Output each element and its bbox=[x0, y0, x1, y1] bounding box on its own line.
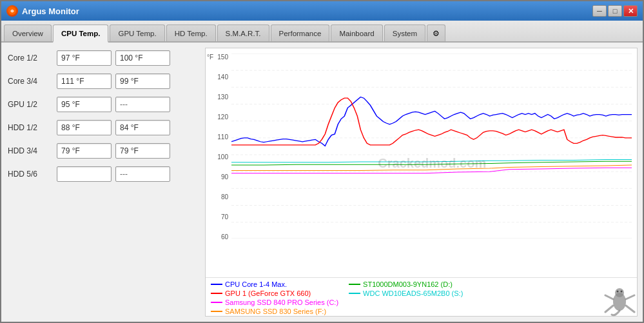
legend-label-wdc: WDC WD10EADS-65M2B0 (S:) bbox=[363, 289, 463, 297]
legend-color-ssd840 bbox=[211, 302, 222, 303]
legend-label-cpu: CPU Core 1-4 Max. bbox=[225, 280, 287, 288]
tab-bar: Overview CPU Temp. GPU Temp. HD Temp. S.… bbox=[1, 21, 643, 43]
y-label-110: 110 bbox=[217, 133, 228, 141]
tab-smart[interactable]: S.M.A.R.T. bbox=[217, 24, 269, 41]
sensor-row-core34: Core 3/4 111 °F 99 °F bbox=[6, 71, 200, 92]
sensor-value-hdd12-2: 84 °F bbox=[115, 120, 170, 135]
sensor-value-gpu12-1: 95 °F bbox=[57, 97, 112, 112]
legend-color-gpu bbox=[211, 293, 222, 294]
app-logo bbox=[602, 281, 638, 317]
close-button[interactable]: ✕ bbox=[623, 5, 638, 17]
sensor-row-hdd56: HDD 5/6 --- bbox=[6, 164, 200, 184]
sensor-label-core34: Core 3/4 bbox=[8, 77, 53, 86]
app-window: Argus Monitor ─ □ ✕ Overview CPU Temp. G… bbox=[0, 0, 644, 323]
y-label-90: 90 bbox=[221, 173, 228, 181]
sensor-label-core12: Core 1/2 bbox=[8, 54, 53, 63]
tab-performance[interactable]: Performance bbox=[271, 24, 330, 41]
y-label-150: 150 bbox=[217, 54, 228, 61]
svg-point-20 bbox=[617, 291, 619, 293]
legend-item-ssd830: SAMSUNG SSD 830 Series (F:) bbox=[211, 308, 338, 315]
legend-color-st1000 bbox=[349, 284, 360, 285]
legend-item-cpu: CPU Core 1-4 Max. bbox=[211, 280, 338, 288]
sensor-label-gpu12: GPU 1/2 bbox=[8, 100, 53, 109]
sensor-row-hdd12: HDD 1/2 88 °F 84 °F bbox=[6, 117, 200, 138]
sensor-label-hdd34: HDD 3/4 bbox=[8, 146, 53, 155]
svg-point-21 bbox=[621, 291, 623, 293]
legend-color-cpu bbox=[211, 284, 222, 285]
sensor-value-hdd56-1 bbox=[57, 166, 112, 182]
minimize-button[interactable]: ─ bbox=[592, 5, 607, 17]
tab-hd-temp[interactable]: HD Temp. bbox=[166, 24, 216, 41]
legend-label-ssd840: Samsung SSD 840 PRO Series (C:) bbox=[225, 299, 338, 306]
tab-overview[interactable]: Overview bbox=[4, 24, 52, 41]
sensor-value-core12-1: 97 °F bbox=[57, 50, 112, 66]
legend-col-right: ST1000DM003-9YN162 (D:) WDC WD10EADS-65M… bbox=[349, 280, 463, 313]
legend-col-left: CPU Core 1-4 Max. GPU 1 (GeForce GTX 660… bbox=[211, 280, 338, 313]
chart-y-unit: °F bbox=[207, 54, 213, 61]
right-panel: °F bbox=[205, 48, 638, 317]
sensor-label-hdd56: HDD 5/6 bbox=[8, 170, 53, 179]
tab-mainboard[interactable]: Mainboard bbox=[331, 24, 382, 41]
left-panel: Core 1/2 97 °F 100 °F Core 3/4 111 °F 99… bbox=[6, 48, 200, 317]
sensor-row-gpu12: GPU 1/2 95 °F --- bbox=[6, 94, 200, 115]
legend-label-st1000: ST1000DM003-9YN162 (D:) bbox=[363, 280, 453, 288]
legend-color-ssd830 bbox=[211, 311, 222, 312]
app-title: Argus Monitor bbox=[22, 6, 79, 16]
content-area: Core 1/2 97 °F 100 °F Core 3/4 111 °F 99… bbox=[1, 43, 643, 322]
app-icon bbox=[6, 5, 18, 17]
chart-container: °F bbox=[206, 48, 637, 277]
svg-line-17 bbox=[626, 295, 634, 299]
title-bar-buttons: ─ □ ✕ bbox=[592, 5, 638, 17]
sensor-value-core34-2: 99 °F bbox=[115, 73, 170, 89]
title-bar: Argus Monitor ─ □ ✕ bbox=[1, 1, 643, 21]
gear-icon: ⚙ bbox=[433, 29, 440, 38]
svg-point-15 bbox=[615, 288, 624, 297]
legend-label-ssd830: SAMSUNG SSD 830 Series (F:) bbox=[225, 308, 326, 315]
title-bar-left: Argus Monitor bbox=[6, 5, 79, 17]
settings-button[interactable]: ⚙ bbox=[427, 24, 445, 41]
legend-item-gpu: GPU 1 (GeForce GTX 660) bbox=[211, 289, 338, 297]
legend-item-wdc: WDC WD10EADS-65M2B0 (S:) bbox=[349, 289, 463, 297]
sensor-value-core12-2: 100 °F bbox=[115, 50, 170, 66]
y-label-100: 100 bbox=[217, 153, 228, 161]
sensor-row-core12: Core 1/2 97 °F 100 °F bbox=[6, 48, 200, 68]
svg-line-19 bbox=[626, 306, 634, 312]
sensor-value-hdd34-1: 79 °F bbox=[57, 143, 112, 159]
sensor-value-hdd34-2: 79 °F bbox=[115, 143, 170, 159]
y-label-130: 130 bbox=[217, 93, 228, 101]
sensor-row-hdd34: HDD 3/4 79 °F 79 °F bbox=[6, 141, 200, 161]
sensor-value-hdd12-1: 88 °F bbox=[57, 120, 112, 135]
legend-color-wdc bbox=[349, 293, 360, 294]
legend-item-ssd840: Samsung SSD 840 PRO Series (C:) bbox=[211, 299, 338, 306]
svg-line-16 bbox=[605, 295, 613, 299]
tab-gpu-temp[interactable]: GPU Temp. bbox=[110, 24, 164, 41]
y-label-140: 140 bbox=[217, 73, 228, 81]
tab-system[interactable]: System bbox=[384, 24, 425, 41]
legend-area: CPU Core 1-4 Max. GPU 1 (GeForce GTX 660… bbox=[206, 277, 637, 316]
y-label-80: 80 bbox=[221, 193, 228, 201]
y-label-70: 70 bbox=[221, 213, 228, 220]
sensor-value-hdd56-2: --- bbox=[115, 166, 170, 182]
tab-cpu-temp[interactable]: CPU Temp. bbox=[53, 24, 109, 43]
legend-item-st1000: ST1000DM003-9YN162 (D:) bbox=[349, 280, 463, 288]
y-label-120: 120 bbox=[217, 113, 228, 121]
sensor-value-gpu12-2: --- bbox=[115, 97, 170, 112]
sensor-value-core34-1: 111 °F bbox=[57, 73, 112, 89]
sensor-label-hdd12: HDD 1/2 bbox=[8, 123, 53, 132]
maximize-button[interactable]: □ bbox=[608, 5, 622, 17]
temperature-chart bbox=[231, 54, 632, 239]
y-label-60: 60 bbox=[221, 233, 228, 240]
svg-line-18 bbox=[605, 306, 613, 312]
legend-label-gpu: GPU 1 (GeForce GTX 660) bbox=[225, 289, 311, 297]
